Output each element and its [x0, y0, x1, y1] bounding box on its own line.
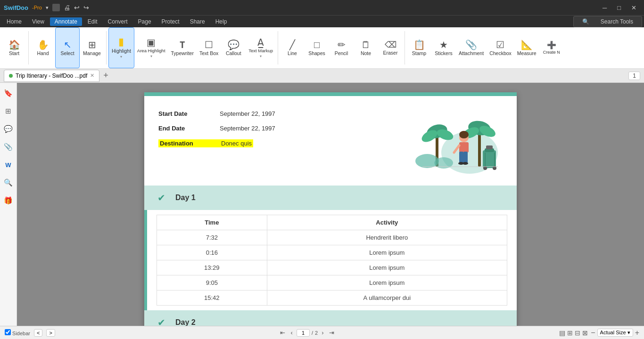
- zoom-in-button[interactable]: +: [635, 329, 639, 337]
- zoom-label: Actual Size: [600, 330, 626, 335]
- undo-icon[interactable]: ↩: [74, 4, 80, 11]
- sidebar-checkbox[interactable]: [5, 329, 11, 335]
- sidebar-bookmark-icon[interactable]: 🔖: [2, 87, 15, 100]
- tool-attachment[interactable]: 📎 Attachment: [456, 27, 487, 68]
- close-button[interactable]: ✕: [627, 3, 640, 12]
- sidebar-search-icon[interactable]: 🔍: [2, 176, 15, 189]
- tool-select[interactable]: ↖ Select: [55, 27, 80, 68]
- menu-edit[interactable]: Edit: [83, 17, 102, 26]
- tool-stamp-label: Stamp: [412, 50, 426, 56]
- sidebar-open-left[interactable]: <: [34, 329, 42, 337]
- table-header-row: Time Activity: [157, 215, 507, 230]
- tool-line-label: Line: [288, 50, 297, 56]
- destination-row: Destination Donec quis: [158, 139, 399, 147]
- highlight-icon: ▮: [118, 37, 124, 47]
- tool-measure[interactable]: 📐 Measure: [514, 27, 539, 68]
- menu-help[interactable]: Help: [211, 17, 232, 26]
- tool-pencil[interactable]: ✏ Pencil: [329, 27, 354, 68]
- day-1-section: ✔ Day 1 Time Activity 7:32Hendrerit libe…: [144, 186, 517, 310]
- redo-icon[interactable]: ↪: [83, 4, 89, 11]
- minimize-button[interactable]: ─: [599, 3, 611, 12]
- view-compare-icon[interactable]: ⊠: [582, 329, 588, 337]
- day-1-table: Time Activity 7:32Hendrerit libero0:16Lo…: [157, 215, 507, 306]
- hand-icon: ✋: [37, 40, 49, 49]
- toolbar-separator-4: [405, 31, 405, 65]
- page-number-input[interactable]: [297, 329, 310, 337]
- page-separator: /: [312, 330, 313, 336]
- tool-checkbox[interactable]: ☑ Checkbox: [487, 27, 514, 68]
- tool-callout[interactable]: 💬 Callout: [221, 27, 246, 68]
- zoom-out-button[interactable]: −: [591, 329, 595, 337]
- nav-prev-button[interactable]: ‹: [289, 329, 295, 337]
- area-highlight-caret: ▾: [150, 54, 152, 58]
- tab-close-icon[interactable]: ✕: [90, 73, 94, 79]
- tool-create-n-label: Create N: [543, 50, 560, 55]
- day-1-checkmark: ✔: [154, 190, 169, 205]
- view-grid-icon[interactable]: ⊞: [567, 329, 573, 337]
- nav-first-button[interactable]: ⇤: [278, 329, 287, 337]
- end-date-row: End Date September 22, 1997: [158, 125, 399, 132]
- menu-protect[interactable]: Protect: [157, 17, 184, 26]
- tool-text-box[interactable]: ☐ Text Box: [197, 27, 221, 68]
- sidebar-open-right[interactable]: >: [46, 329, 55, 337]
- sidebar-pages-icon[interactable]: ⊞: [2, 105, 15, 118]
- tool-shapes[interactable]: □ Shapes: [305, 27, 329, 68]
- menu-share[interactable]: Share: [185, 17, 210, 26]
- tool-note[interactable]: 🗒 Note: [354, 27, 378, 68]
- tool-text-markup-label: Text Markup: [248, 48, 273, 53]
- print-icon[interactable]: 🖨: [64, 4, 70, 11]
- tool-highlight[interactable]: ▮ Highlight ▾: [108, 27, 134, 68]
- tab-1[interactable]: Trip Itinerary - SwifDoo ...pdf ✕: [4, 70, 99, 82]
- view-split-icon[interactable]: ⊟: [575, 329, 580, 337]
- view-mode-icons: ▤ ⊞ ⊟ ⊠: [559, 329, 588, 337]
- save-icon[interactable]: [52, 4, 60, 11]
- sidebar-label-text: Sidebar: [12, 331, 30, 336]
- tool-highlight-label: Highlight: [112, 48, 131, 54]
- pdf-illustration: [408, 105, 503, 176]
- nav-next-button[interactable]: ›: [320, 329, 325, 337]
- day-1-content: Time Activity 7:32Hendrerit libero0:16Lo…: [144, 210, 517, 310]
- search-tools-label: Search Tools: [596, 17, 638, 26]
- sidebar-gift-icon[interactable]: 🎁: [2, 194, 15, 207]
- menu-page[interactable]: Page: [133, 17, 156, 26]
- maximize-button[interactable]: □: [613, 3, 625, 12]
- tool-typewriter[interactable]: T Typewriter: [168, 27, 197, 68]
- nav-last-button[interactable]: ⇥: [327, 329, 336, 337]
- text-markup-caret: ▾: [260, 54, 262, 58]
- search-tools-button[interactable]: 🔍 Search Tools: [573, 16, 642, 27]
- tool-area-highlight[interactable]: ▣ Area Highlight ▾: [134, 27, 168, 68]
- tool-create-n[interactable]: ➕ Create N: [539, 27, 564, 68]
- tool-hand[interactable]: ✋ Hand: [31, 27, 55, 68]
- destination-value: Donec quis: [220, 139, 253, 147]
- attachment-icon: 📎: [465, 40, 477, 49]
- app-dropdown-icon[interactable]: ▾: [46, 5, 49, 11]
- sidebar-comment-icon[interactable]: 💬: [2, 122, 15, 136]
- view-single-icon[interactable]: ▤: [559, 329, 565, 337]
- tool-stamp[interactable]: 📋 Stamp: [407, 27, 431, 68]
- activity-cell: Lorem ipsum: [267, 260, 507, 275]
- menu-convert[interactable]: Convert: [103, 17, 132, 26]
- menu-annotate[interactable]: Annotate: [50, 17, 82, 26]
- zoom-level-button[interactable]: Actual Size ▾: [597, 329, 633, 337]
- text-box-icon: ☐: [205, 40, 213, 49]
- tool-eraser[interactable]: ⌫ Eraser: [378, 27, 403, 68]
- zoom-caret-icon: ▾: [627, 330, 630, 335]
- tool-manage[interactable]: ⊞ Manage: [80, 27, 104, 68]
- sidebar-word-icon[interactable]: W: [2, 158, 15, 171]
- tool-start[interactable]: 🏠 Start: [2, 27, 26, 68]
- sidebar-attachment-icon[interactable]: 📎: [2, 140, 15, 153]
- menu-home[interactable]: Home: [2, 17, 26, 26]
- highlight-caret: ▾: [120, 55, 122, 59]
- pdf-viewer[interactable]: Start Date September 22, 1997 End Date S…: [17, 83, 644, 326]
- status-bar-left: Sidebar < >: [5, 329, 55, 337]
- menu-view[interactable]: View: [27, 17, 49, 26]
- start-date-value: September 22, 1997: [220, 110, 275, 117]
- add-tab-button[interactable]: +: [100, 71, 111, 81]
- tool-manage-label: Manage: [83, 50, 101, 56]
- eraser-icon: ⌫: [385, 40, 396, 49]
- tool-text-markup[interactable]: A̲ Text Markup ▾: [246, 27, 276, 68]
- tool-line[interactable]: ╱ Line: [280, 27, 305, 68]
- travel-illustration: [408, 105, 503, 176]
- tool-stickers[interactable]: ★ Stickers: [431, 27, 456, 68]
- status-bar-right: ▤ ⊞ ⊟ ⊠ − Actual Size ▾ +: [559, 329, 639, 337]
